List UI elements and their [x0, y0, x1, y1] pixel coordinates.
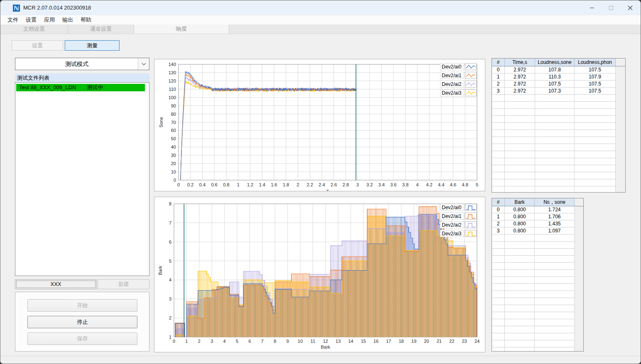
table-header-row: #Time,sLoudness,soneLoudness,phon: [492, 59, 625, 66]
new-button[interactable]: 新建: [98, 279, 149, 289]
table-row[interactable]: 32.972107.3107.5: [492, 88, 625, 95]
svg-text:16: 16: [374, 339, 379, 344]
table-cell: [535, 151, 575, 158]
table-cell: [492, 256, 505, 263]
table-cell: [492, 144, 505, 151]
table-row: [492, 102, 625, 109]
svg-text:0: 0: [177, 182, 180, 187]
column-header[interactable]: Bark: [505, 198, 535, 206]
menu-item-3[interactable]: 输出: [59, 15, 77, 24]
column-header[interactable]: Time,s: [505, 59, 535, 66]
legend-label: Dev2/ai0: [440, 204, 464, 211]
tab-channel-settings[interactable]: 通道设置: [68, 24, 134, 34]
table-row[interactable]: 10.8001.706: [492, 213, 583, 220]
minimize-button[interactable]: [582, 0, 602, 15]
table-cell: [505, 235, 535, 242]
table-row: [492, 95, 625, 102]
window-title: MCR 2.07.0.014 202300918: [23, 5, 91, 11]
table-cell: [535, 242, 575, 249]
table-cell: [492, 123, 505, 130]
table-cell: [505, 123, 535, 130]
line-sample-icon: [465, 89, 477, 96]
scrollbar-gutter: [575, 305, 583, 312]
table-cell: [535, 144, 575, 151]
table-cell: [505, 179, 535, 186]
table-cell: [505, 298, 535, 305]
table-row[interactable]: 30.8001.097: [492, 227, 583, 235]
menu-item-4[interactable]: 帮助: [77, 15, 95, 24]
scrollbar-gutter: [616, 123, 625, 130]
svg-text:50: 50: [171, 136, 176, 141]
svg-text:23: 23: [462, 339, 467, 344]
table-row[interactable]: 22.972107.5107.5: [492, 81, 625, 88]
svg-text:4: 4: [416, 182, 418, 187]
settings-subtab-button[interactable]: 设置: [12, 40, 63, 51]
scrollbar-gutter: [616, 109, 625, 116]
column-header[interactable]: Loudness,phon: [575, 59, 616, 66]
table-cell: [535, 347, 575, 352]
table-cell: [505, 305, 535, 312]
table-row[interactable]: 20.8001.435: [492, 220, 583, 227]
save-button[interactable]: 保存: [27, 332, 137, 345]
line-sample-icon: [465, 81, 477, 88]
table-row[interactable]: 00.8001.724: [492, 206, 583, 213]
table-row: [492, 256, 583, 263]
table-cell: 2.972: [505, 88, 535, 95]
svg-text:10: 10: [298, 339, 303, 344]
table-cell: [535, 312, 575, 319]
table-row[interactable]: 12.972110.3107.9: [492, 73, 625, 81]
menu-item-1[interactable]: 设置: [22, 15, 40, 24]
table-cell: 2: [492, 81, 505, 88]
start-button[interactable]: 开始: [27, 299, 137, 312]
table-cell: [505, 137, 535, 144]
measure-subtab-button[interactable]: 测量: [65, 40, 120, 51]
table-cell: [505, 186, 535, 193]
test-file-list[interactable]: Test 88_XXX_009_LDN测试中: [15, 82, 149, 276]
maximize-button[interactable]: [602, 0, 621, 15]
scrollbar-gutter: [575, 213, 583, 220]
loudness-time-chart-panel: 00.20.40.60.811.21.41.61.822.22.42.62.83…: [154, 59, 485, 191]
column-header[interactable]: Ns，sone: [535, 198, 575, 206]
table-cell: [492, 151, 505, 158]
menu-item-2[interactable]: 应用: [40, 15, 59, 24]
svg-text:2.4: 2.4: [318, 182, 325, 187]
table-cell: [535, 284, 575, 291]
table-cell: [492, 249, 505, 256]
legend-item: Dev2/ai2: [440, 221, 477, 228]
table-row: [492, 179, 625, 186]
column-header[interactable]: #: [492, 198, 505, 206]
svg-text:2: 2: [297, 182, 299, 187]
list-item-test-file[interactable]: Test 88_XXX_009_LDN测试中: [16, 84, 145, 91]
chevron-down-icon[interactable]: [138, 58, 149, 70]
table-cell: [575, 137, 616, 144]
menu-item-0[interactable]: 文件: [4, 15, 22, 24]
close-button[interactable]: [621, 0, 640, 15]
close-icon: [628, 5, 633, 10]
scrollbar-gutter: [575, 277, 583, 284]
table-row[interactable]: 02.972107.8107.5: [492, 66, 625, 73]
scrollbar-gutter: [575, 220, 583, 227]
table-cell: [505, 116, 535, 123]
stop-button[interactable]: 停止: [27, 316, 137, 328]
table-cell: [492, 179, 505, 186]
svg-text:22: 22: [449, 339, 454, 344]
test-file-list-header: 测试文件列表: [15, 73, 149, 82]
scrollbar-gutter: [616, 116, 625, 123]
scrollbar-gutter: [616, 165, 625, 172]
table-cell: 3: [492, 88, 505, 95]
table-cell: [535, 298, 575, 305]
tab-document-settings[interactable]: 文档设置: [0, 24, 68, 34]
legend-label: Dev2/ai1: [440, 72, 464, 79]
column-header[interactable]: Loudness,sone: [535, 59, 575, 66]
table-cell: [492, 116, 505, 123]
svg-text:6: 6: [248, 339, 251, 344]
legend-label: Dev2/ai3: [440, 230, 464, 237]
test-mode-select[interactable]: 测试模式: [15, 58, 149, 70]
tab-loudness[interactable]: 响度: [134, 24, 229, 34]
legend-item: Dev2/ai1: [440, 72, 477, 79]
column-header[interactable]: #: [492, 59, 505, 66]
xxx-button[interactable]: XXX: [15, 279, 97, 289]
svg-text:1.2: 1.2: [247, 182, 253, 187]
table-cell: 1: [492, 73, 505, 81]
table-cell: [505, 333, 535, 340]
